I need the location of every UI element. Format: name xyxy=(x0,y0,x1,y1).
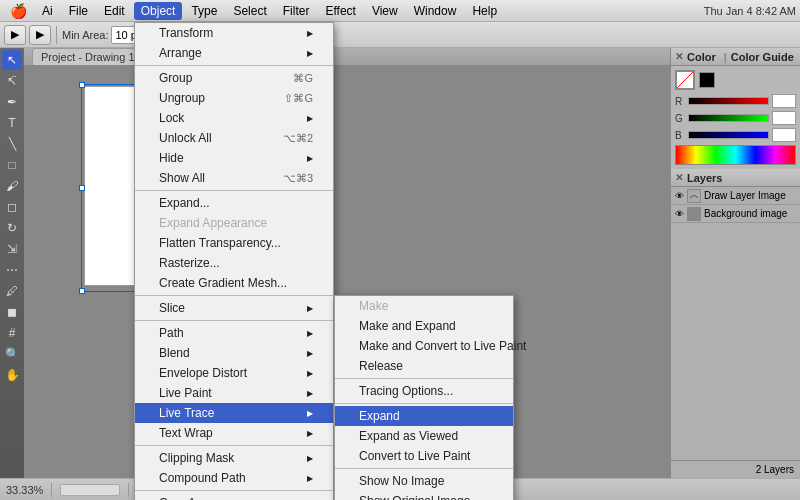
tool-paint[interactable]: 🖌 xyxy=(2,176,22,196)
tool-zoom[interactable]: 🔍 xyxy=(2,344,22,364)
menubar-effect[interactable]: Effect xyxy=(318,2,362,20)
menu-crop-area[interactable]: Crop Area xyxy=(135,493,333,500)
canvas-content xyxy=(24,66,670,478)
color-spectrum-bar[interactable] xyxy=(675,145,796,165)
color-panel-body: R G B xyxy=(671,66,800,169)
right-panels: ✕ Color | Color Guide R G B xyxy=(670,48,800,478)
menu-transform[interactable]: Transform xyxy=(135,23,333,43)
tool-direct-select[interactable]: ↖̈ xyxy=(2,71,22,91)
menubar-select[interactable]: Select xyxy=(226,2,273,20)
menu-sep-2 xyxy=(135,190,333,191)
menu-sep-1 xyxy=(135,65,333,66)
menu-ungroup-shortcut: ⇧⌘G xyxy=(284,92,313,105)
color-r-label: R xyxy=(675,96,685,107)
menubar-filter[interactable]: Filter xyxy=(276,2,317,20)
menu-path[interactable]: Path xyxy=(135,323,333,343)
color-b-slider[interactable] xyxy=(688,131,769,139)
menu-flatten[interactable]: Flatten Transparency... xyxy=(135,233,333,253)
menu-create-gradient[interactable]: Create Gradient Mesh... xyxy=(135,273,333,293)
svg-rect-2 xyxy=(688,208,700,220)
menubar-view[interactable]: View xyxy=(365,2,405,20)
menubar-clock: Thu Jan 4 8:42 AM xyxy=(704,5,796,17)
menubar-type[interactable]: Type xyxy=(184,2,224,20)
zoom-value: 33.33% xyxy=(6,484,43,496)
layers-panel-title: Layers xyxy=(687,172,722,184)
apple-menu[interactable]: 🍎 xyxy=(4,3,33,19)
tool-eraser[interactable]: ◻ xyxy=(2,197,22,217)
color-g-label: G xyxy=(675,113,685,124)
layer-1-eye[interactable]: 👁 xyxy=(675,191,684,201)
menu-arrange[interactable]: Arrange xyxy=(135,43,333,63)
menu-ungroup[interactable]: Ungroup ⇧⌘G xyxy=(135,88,333,108)
fill-swatch[interactable] xyxy=(699,72,715,88)
object-menu-dropdown[interactable]: Transform Arrange Group ⌘G Ungroup ⇧⌘G L… xyxy=(134,22,334,500)
layers-panel-close[interactable]: ✕ xyxy=(675,172,683,183)
menu-live-paint[interactable]: Live Paint xyxy=(135,383,333,403)
menu-compound-path[interactable]: Compound Path xyxy=(135,468,333,488)
tool-gradient[interactable]: ◼ xyxy=(2,302,22,322)
color-r-input[interactable] xyxy=(772,94,796,108)
menu-hide[interactable]: Hide xyxy=(135,148,333,168)
menubar-edit[interactable]: Edit xyxy=(97,2,132,20)
toolbar-arrow2-btn[interactable]: ▶ xyxy=(29,25,51,45)
tool-pen[interactable]: ✒ xyxy=(2,92,22,112)
menu-group[interactable]: Group ⌘G xyxy=(135,68,333,88)
status-sep1 xyxy=(51,483,52,497)
layers-panel-body: 👁 Draw Layer Image 👁 Background image xyxy=(671,187,800,460)
tool-mesh[interactable]: # xyxy=(2,323,22,343)
menubar-file[interactable]: File xyxy=(62,2,95,20)
tool-scale[interactable]: ⇲ xyxy=(2,239,22,259)
color-row-b: B xyxy=(675,128,796,142)
color-row-r: R xyxy=(675,94,796,108)
color-row-g: G xyxy=(675,111,796,125)
toolbar: ▶ ▶ Min Area: Expand Transform xyxy=(0,22,800,48)
tool-arrow[interactable]: ↖ xyxy=(2,50,22,70)
menu-slice[interactable]: Slice xyxy=(135,298,333,318)
status-sep2 xyxy=(128,483,129,497)
layer-row-2[interactable]: 👁 Background image xyxy=(671,205,800,223)
tool-type[interactable]: T xyxy=(2,113,22,133)
layers-count-bar: 2 Layers xyxy=(671,460,800,478)
menu-show-shortcut: ⌥⌘3 xyxy=(283,172,313,185)
toolbar-arrow-btn[interactable]: ▶ xyxy=(4,25,26,45)
canvas-area[interactable]: Project - Drawing 1_140.psd @ 33.33% (RG… xyxy=(24,48,670,478)
menu-show-all[interactable]: Show All ⌥⌘3 xyxy=(135,168,333,188)
tool-rect[interactable]: □ xyxy=(2,155,22,175)
menu-blend[interactable]: Blend xyxy=(135,343,333,363)
menu-text-wrap[interactable]: Text Wrap xyxy=(135,423,333,443)
menu-sep-4 xyxy=(135,320,333,321)
menu-clipping-mask[interactable]: Clipping Mask xyxy=(135,448,333,468)
color-b-input[interactable] xyxy=(772,128,796,142)
color-g-input[interactable] xyxy=(772,111,796,125)
menubar-object[interactable]: Object xyxy=(134,2,183,20)
layers-panel-header: ✕ Layers xyxy=(671,169,800,187)
menubar-help[interactable]: Help xyxy=(465,2,504,20)
tool-line[interactable]: ╲ xyxy=(2,134,22,154)
menubar-window[interactable]: Window xyxy=(407,2,464,20)
menu-sep-3 xyxy=(135,295,333,296)
menu-envelope[interactable]: Envelope Distort xyxy=(135,363,333,383)
tool-rotate[interactable]: ↻ xyxy=(2,218,22,238)
status-progress xyxy=(60,484,120,496)
tools-panel: ↖ ↖̈ ✒ T ╲ □ 🖌 ◻ ↻ ⇲ ⋯ 🖊 ◼ # 🔍 ✋ xyxy=(0,48,24,478)
menubar-ai[interactable]: Ai xyxy=(35,2,60,20)
layer-1-thumbnail xyxy=(687,189,701,203)
layer-row-1[interactable]: 👁 Draw Layer Image xyxy=(671,187,800,205)
tool-hand[interactable]: ✋ xyxy=(2,365,22,385)
stroke-swatch[interactable] xyxy=(675,70,695,90)
menu-sep-6 xyxy=(135,490,333,491)
canvas-tab-bar: Project - Drawing 1_140.psd @ 33.33% (RG… xyxy=(24,48,670,66)
color-panel-close[interactable]: ✕ xyxy=(675,51,683,62)
menu-rasterize[interactable]: Rasterize... xyxy=(135,253,333,273)
layer-2-eye[interactable]: 👁 xyxy=(675,209,684,219)
tool-blend[interactable]: ⋯ xyxy=(2,260,22,280)
menu-expand[interactable]: Expand... xyxy=(135,193,333,213)
menu-unlock-all[interactable]: Unlock All ⌥⌘2 xyxy=(135,128,333,148)
color-r-slider[interactable] xyxy=(688,97,769,105)
color-g-slider[interactable] xyxy=(688,114,769,122)
menu-lock[interactable]: Lock xyxy=(135,108,333,128)
tool-eyedrop[interactable]: 🖊 xyxy=(2,281,22,301)
menu-expand-appearance: Expand Appearance xyxy=(135,213,333,233)
menu-live-trace[interactable]: Live Trace xyxy=(135,403,333,423)
color-guide-title: Color Guide xyxy=(731,51,794,63)
